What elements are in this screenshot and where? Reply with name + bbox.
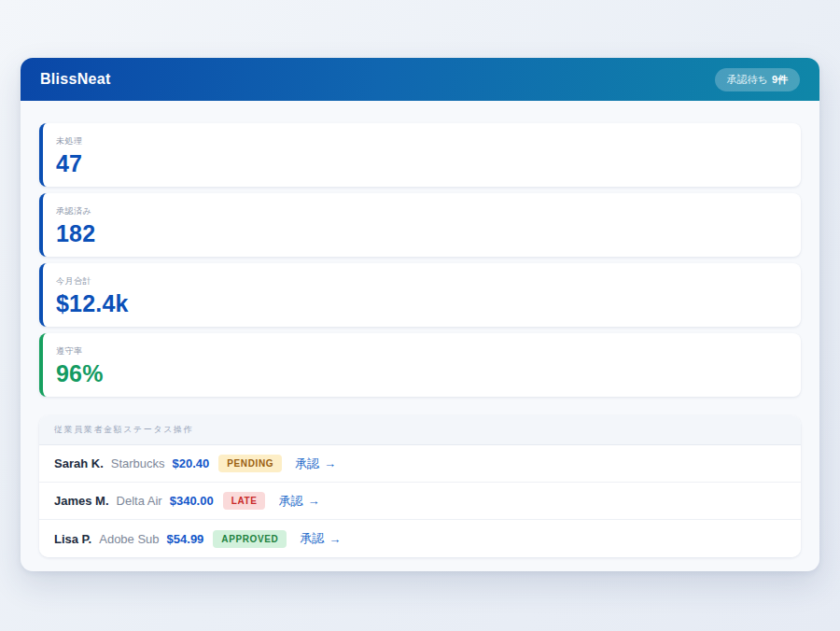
pending-badge-label: 承認待ち bbox=[727, 73, 768, 87]
panel-body: 未処理 47 承認済み 182 今月合計 $12.4k 遵守率 96% 従業員業… bbox=[21, 101, 819, 557]
pending-badge-count: 9件 bbox=[772, 73, 788, 87]
table-header: 従業員業者金額ステータス操作 bbox=[39, 415, 801, 445]
approve-button[interactable]: 承認 → bbox=[278, 493, 319, 510]
vendor-name: Adobe Sub bbox=[99, 532, 159, 546]
stat-label: 未処理 bbox=[56, 135, 786, 147]
vendor-name: Delta Air bbox=[117, 494, 162, 508]
employee-name: Sarah K. bbox=[54, 456, 104, 470]
status-badge: PENDING bbox=[218, 455, 282, 472]
stat-label: 今月合計 bbox=[56, 275, 786, 287]
stat-label: 承認済み bbox=[56, 205, 786, 217]
approve-label: 承認 bbox=[278, 493, 302, 510]
stat-card-month-total: 今月合計 $12.4k bbox=[39, 263, 801, 327]
approve-button[interactable]: 承認 → bbox=[295, 456, 336, 472]
arrow-right-icon: → bbox=[307, 494, 319, 508]
amount-value: $340.00 bbox=[170, 494, 214, 508]
stat-card-approved: 承認済み 182 bbox=[39, 193, 801, 257]
amount-value: $54.99 bbox=[167, 532, 204, 546]
arrow-right-icon: → bbox=[324, 456, 336, 470]
dashboard-panel: BlissNeat 承認待ち 9件 未処理 47 承認済み 182 今月合計 $… bbox=[21, 58, 819, 571]
status-badge: APPROVED bbox=[213, 530, 287, 548]
approve-label: 承認 bbox=[295, 456, 319, 472]
approve-label: 承認 bbox=[300, 530, 324, 547]
vendor-name: Starbucks bbox=[111, 456, 165, 470]
stat-card-compliance-rate: 遵守率 96% bbox=[39, 333, 801, 397]
stat-value: $12.4k bbox=[56, 290, 786, 317]
app-title: BlissNeat bbox=[40, 71, 111, 88]
pending-count-badge: 承認待ち 9件 bbox=[715, 68, 800, 91]
employee-name: Lisa P. bbox=[54, 532, 91, 546]
stat-value: 47 bbox=[56, 150, 786, 177]
status-badge: LATE bbox=[223, 492, 266, 510]
arrow-right-icon: → bbox=[329, 532, 341, 546]
approvals-table: 従業員業者金額ステータス操作 Sarah K. Starbucks $20.40… bbox=[39, 415, 801, 557]
approve-button[interactable]: 承認 → bbox=[300, 530, 341, 547]
table-row: Lisa P. Adobe Sub $54.99 APPROVED 承認 → bbox=[39, 520, 801, 557]
employee-name: James M. bbox=[54, 494, 109, 508]
stat-label: 遵守率 bbox=[56, 345, 786, 358]
table-row: James M. Delta Air $340.00 LATE 承認 → bbox=[39, 483, 801, 520]
amount-value: $20.40 bbox=[173, 456, 210, 470]
stat-card-unprocessed: 未処理 47 bbox=[39, 123, 801, 187]
app-header: BlissNeat 承認待ち 9件 bbox=[21, 58, 819, 101]
table-row: Sarah K. Starbucks $20.40 PENDING 承認 → bbox=[39, 445, 801, 483]
stat-value: 182 bbox=[56, 220, 786, 247]
stat-value: 96% bbox=[56, 360, 786, 387]
